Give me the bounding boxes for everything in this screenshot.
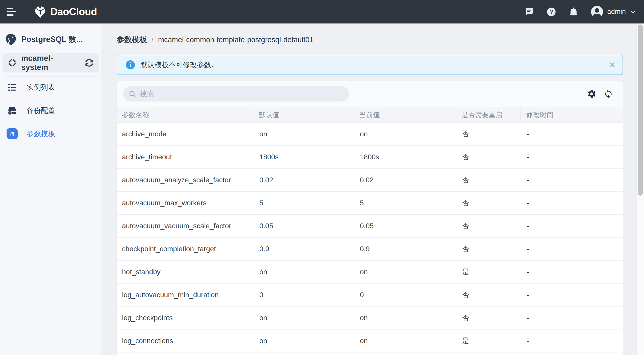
refresh-button[interactable] [604,89,613,99]
info-icon: i [126,60,135,69]
cell-restart-required: 否 [456,152,521,162]
cell-modified-time: - [521,314,623,322]
column-header-default-value: 默认值 [253,107,354,122]
cell-current-value: on [354,130,456,138]
toolbar-actions [587,89,613,99]
cell-modified-time: - [521,291,623,299]
topbar: DaoCloud ? [0,0,644,23]
column-header-modified-time: 修改时间 [521,107,623,122]
cell-restart-required: 是 [456,267,521,277]
cell-modified-time: - [521,176,623,184]
page: DaoCloud ? [0,0,644,355]
avatar [590,5,604,18]
chat-button[interactable] [524,7,534,17]
cell-default-value: on [253,314,354,322]
banner-text: 默认模板不可修改参数。 [140,60,218,70]
scrollbar-thumb[interactable] [638,24,643,196]
cell-restart-required: 否 [456,198,521,208]
close-banner-button[interactable]: × [609,60,615,70]
sidebar-item-instance-list[interactable]: 实例列表 [3,79,99,95]
search-input[interactable] [139,90,349,98]
cell-restart-required: 否 [456,290,521,300]
table-row: autovacuum_vacuum_scale_factor 0.05 0.05… [117,215,623,238]
help-button[interactable]: ? [546,7,557,17]
search-box[interactable] [123,86,349,102]
notifications-button[interactable] [568,7,579,17]
cell-param-name: log_connections [117,337,253,345]
switch-namespace-button[interactable] [84,58,94,68]
cell-modified-time: - [521,268,623,276]
menu-toggle-button[interactable] [6,6,17,17]
bell-icon [568,7,579,17]
cell-restart-required: 否 [456,221,521,231]
cell-modified-time: - [521,245,623,253]
postgresql-logo [5,33,17,46]
cell-current-value: on [354,268,456,276]
sidebar-item-backup-config[interactable]: 备份配置 [3,103,99,119]
topbar-actions: ? [524,5,637,18]
settings-button[interactable] [587,89,597,99]
cell-default-value: 0 [253,291,354,299]
brand[interactable]: DaoCloud [33,5,97,19]
table-row: log_autovacuum_min_duration 0 0 否 - [117,284,623,307]
cell-default-value: on [253,268,354,276]
cell-current-value: 0.05 [354,222,456,230]
sidebar-item-label: 备份配置 [27,106,55,115]
backup-icon [7,106,18,116]
breadcrumb-section[interactable]: 参数模板 [117,35,147,45]
cell-restart-required: 是 [456,336,521,346]
cell-restart-required: 否 [456,175,521,185]
table-row: archive_timeout 1800s 1800s 否 - [117,146,623,169]
app-title: PostgreSQL 数... [21,34,83,45]
breadcrumb-separator: / [152,36,154,44]
column-header-restart-required: 是否需要重启 [456,107,521,122]
swap-icon [84,58,94,68]
cell-current-value: 0.02 [354,176,456,184]
cell-current-value: 5 [354,199,456,207]
refresh-icon [604,89,613,99]
cell-default-value: 5 [253,199,354,207]
parameters-card: 参数名称 默认值 当前值 是否需要重启 修改时间 archive_mode on… [117,81,623,355]
cell-restart-required: 否 [456,129,521,139]
cell-modified-time: - [521,153,623,161]
user-menu[interactable]: admin [590,5,637,18]
cell-param-name: checkpoint_completion_target [117,245,253,253]
sidebar-item-label: 参数模板 [27,129,55,139]
table-body: archive_mode on on 否 - archive_timeout 1… [117,123,623,355]
table-header: 参数名称 默认值 当前值 是否需要重启 修改时间 [117,107,623,123]
table-row-partial [117,352,623,355]
hamburger-icon [7,8,13,9]
cell-modified-time: - [521,222,623,230]
table-row: log_checkpoints on on 否 - [117,307,623,329]
table-row: hot_standby on on 是 - [117,261,623,284]
brand-name: DaoCloud [50,6,97,17]
list-icon [7,83,18,92]
sidebar: PostgreSQL 数... mcamel-system [0,23,102,355]
cell-current-value: on [354,337,456,345]
breadcrumb-current: mcamel-common-template-postgresql-defaul… [158,36,314,44]
cell-param-name: autovacuum_vacuum_scale_factor [117,222,253,230]
app-header: PostgreSQL 数... [3,23,99,46]
cell-default-value: on [253,130,354,138]
cell-restart-required: 否 [456,244,521,254]
cell-param-name: archive_mode [117,130,253,138]
help-icon: ? [546,7,557,17]
cell-default-value: 0.05 [253,222,354,230]
gear-icon [587,89,597,99]
table-row: checkpoint_completion_target 0.9 0.9 否 - [117,238,623,261]
namespace-selector[interactable]: mcamel-system [3,53,99,72]
cell-modified-time: - [521,337,623,345]
cell-restart-required: 否 [456,313,521,323]
sidebar-item-parameter-template[interactable]: {/} 参数模板 [3,126,99,142]
cell-param-name: autovacuum_max_workers [117,199,253,207]
table-row: autovacuum_max_workers 5 5 否 - [117,192,623,215]
table-row: autovacuum_analyze_scale_factor 0.02 0.0… [117,169,623,192]
cell-modified-time: - [521,199,623,207]
cell-param-name: log_autovacuum_min_duration [117,291,253,299]
breadcrumb: 参数模板 / mcamel-common-template-postgresql… [117,34,623,45]
main-content: 参数模板 / mcamel-common-template-postgresql… [102,23,636,355]
cell-modified-time: - [521,130,623,138]
scrollbar-track[interactable] [636,23,644,355]
daocloud-logo-icon [33,5,47,19]
namespace-icon [8,58,17,67]
